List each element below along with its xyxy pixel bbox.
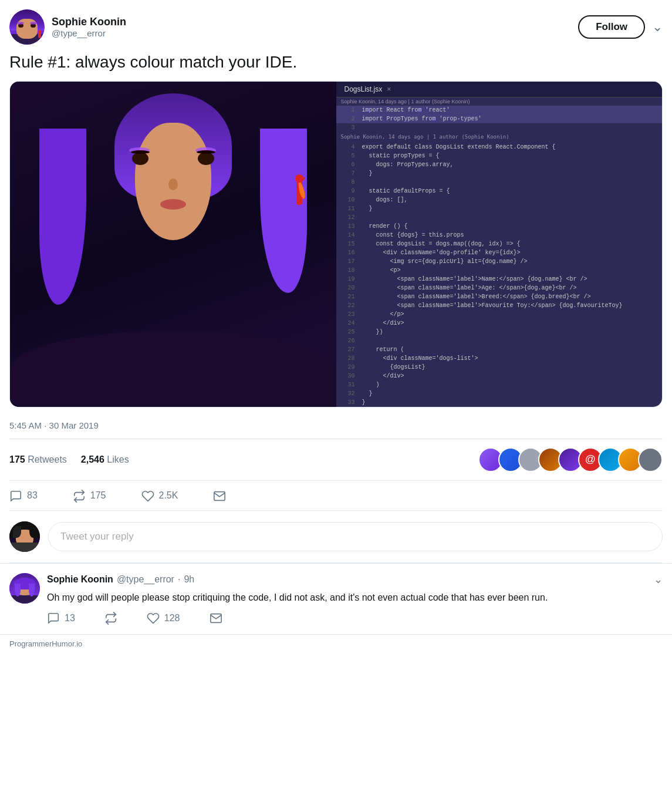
code-line: 9 static defaultProps = {	[336, 187, 663, 196]
watermark: ProgrammerHumor.io	[0, 635, 672, 653]
reply-reply-count: 13	[65, 613, 75, 624]
code-line: 32 }	[336, 389, 663, 398]
reply-tweet-content: Sophie Koonin @type__error · 9h ⌄ Oh my …	[47, 573, 663, 625]
like-action[interactable]: 2.5K	[141, 488, 178, 503]
retweet-icon	[73, 488, 86, 503]
reply-action[interactable]: 83	[9, 488, 38, 503]
tweet-actions: 83 175 2.5K	[9, 481, 663, 511]
likes-stat: 2,546 Likes	[81, 454, 129, 465]
code-tab: DogsList.jsx ×	[336, 82, 663, 97]
code-line: 7 }	[336, 169, 663, 178]
follow-button[interactable]: Follow	[578, 15, 645, 39]
code-git-info-1: Sophie Koonin, 14 days ago | 1 author (S…	[336, 97, 663, 106]
reply-username: @type__error	[117, 574, 174, 585]
reply-display-name: Sophie Koonin	[47, 574, 113, 585]
code-line: 1import React from 'react'	[336, 106, 663, 114]
mail-icon	[213, 488, 226, 503]
retweet-action[interactable]: 175	[73, 488, 106, 503]
code-line: 29 {dogsList}	[336, 363, 663, 372]
reply-tweet-header: Sophie Koonin @type__error · 9h ⌄	[47, 573, 663, 586]
tweet-timestamp: 5:45 AM · 30 Mar 2019	[9, 416, 663, 430]
code-panel: DogsList.jsx × Sophie Koonin, 14 days ag…	[336, 82, 663, 407]
reply-tweet-avatar[interactable]	[9, 573, 40, 604]
likes-count: 2,546	[81, 454, 104, 464]
display-name: Sophie Koonin	[52, 16, 126, 28]
code-line: 2import PropTypes from 'prop-types'	[336, 114, 663, 123]
tweet-header: Sophie Koonin @type__error Follow ⌄	[9, 9, 663, 45]
reply-like-icon	[147, 612, 160, 625]
code-line: 30 </div>	[336, 372, 663, 380]
like-icon	[141, 488, 154, 503]
code-line: 33}	[336, 398, 663, 407]
code-line: 31 )	[336, 380, 663, 389]
code-tab-filename: DogsList.jsx	[345, 85, 383, 93]
avatar[interactable]	[9, 9, 45, 45]
reply-timestamp: 9h	[184, 574, 194, 585]
code-line: 8	[336, 178, 663, 187]
reply-tweet-text: Oh my god will people please stop critiq…	[47, 591, 663, 605]
reply-retweet-action[interactable]	[104, 612, 117, 625]
code-line: 15 const dogsList = dogs.map((dog, idx) …	[336, 240, 663, 248]
reply-like-action[interactable]: 128	[147, 612, 180, 625]
code-line: 21 <span className='label'>Breed:</span>…	[336, 292, 663, 301]
code-line: 13 render () {	[336, 222, 663, 231]
code-line: 14 const {dogs} = this.props	[336, 231, 663, 240]
main-tweet: Sophie Koonin @type__error Follow ⌄ Rule…	[0, 0, 672, 564]
tweet-header-right: Follow ⌄	[578, 15, 663, 39]
reply-reply-icon	[47, 612, 60, 625]
chevron-down-icon[interactable]: ⌄	[652, 19, 663, 35]
retweets-stat: 175 Retweets	[9, 454, 67, 465]
reply-tweet-header-left: Sophie Koonin @type__error · 9h	[47, 574, 194, 585]
reply-reply-action[interactable]: 13	[47, 612, 75, 625]
retweets-label: Retweets	[28, 454, 67, 464]
code-line: 10 dogs: [],	[336, 196, 663, 204]
reply-count: 83	[27, 490, 38, 501]
code-content: 1import React from 'react'2import PropTy…	[336, 106, 663, 407]
tweet-photo	[10, 82, 336, 407]
reply-tweet: Sophie Koonin @type__error · 9h ⌄ Oh my …	[0, 564, 672, 635]
reply-tweet-actions: 13 128	[47, 612, 663, 625]
code-line: 11 }	[336, 204, 663, 213]
reply-separator: ·	[178, 574, 180, 585]
code-line: 5 static propTypes = {	[336, 151, 663, 160]
reply-user-avatar	[9, 521, 40, 552]
retweet-count: 175	[90, 490, 106, 501]
reply-area: Tweet your reply	[9, 511, 663, 563]
likes-label: Likes	[107, 454, 129, 464]
code-line: 25 })	[336, 328, 663, 336]
reply-mail-action[interactable]	[210, 612, 222, 625]
tweet-header-left: Sophie Koonin @type__error	[9, 9, 126, 45]
code-line: 18 <p>	[336, 266, 663, 275]
like-count: 2.5K	[159, 490, 178, 501]
code-line: 26	[336, 336, 663, 345]
code-tab-close[interactable]: ×	[387, 85, 391, 93]
retweets-count: 175	[9, 454, 25, 464]
code-line: 20 <span className='label'>Age: </span>{…	[336, 284, 663, 292]
reply-tweet-left	[9, 573, 40, 604]
reply-placeholder: Tweet your reply	[60, 531, 134, 542]
liker-avatar-9	[638, 447, 663, 472]
reply-like-count: 128	[164, 613, 180, 624]
reply-chevron-icon[interactable]: ⌄	[654, 573, 663, 586]
reply-input[interactable]: Tweet your reply	[48, 522, 663, 551]
mail-action[interactable]	[213, 488, 226, 503]
tweet-media: DogsList.jsx × Sophie Koonin, 14 days ag…	[9, 81, 663, 407]
user-info: Sophie Koonin @type__error	[52, 16, 126, 38]
code-line: 3	[336, 123, 663, 132]
tweet-text: Rule #1: always colour match your IDE.	[9, 52, 663, 73]
reply-retweet-icon	[104, 612, 117, 625]
username: @type__error	[52, 28, 126, 38]
code-line: 23 </p>	[336, 310, 663, 319]
code-line: 24 </div>	[336, 319, 663, 328]
tweet-stats: 175 Retweets 2,546 Likes @	[9, 439, 663, 481]
code-line: 19 <span className='label'>Name:</span> …	[336, 275, 663, 284]
code-line: 28 <div className='dogs-list'>	[336, 354, 663, 363]
code-line: 4export default class DogsList extends R…	[336, 143, 663, 151]
code-line: 12	[336, 213, 663, 222]
liker-avatars: @	[478, 447, 663, 472]
code-line: 22 <span className='label'>Favourite Toy…	[336, 301, 663, 310]
reply-mail-icon	[210, 612, 222, 625]
code-line: 6 dogs: PropTypes.array,	[336, 160, 663, 169]
reply-icon	[9, 488, 22, 503]
code-line: 16 <div className='dog-profile' key={idx…	[336, 248, 663, 257]
